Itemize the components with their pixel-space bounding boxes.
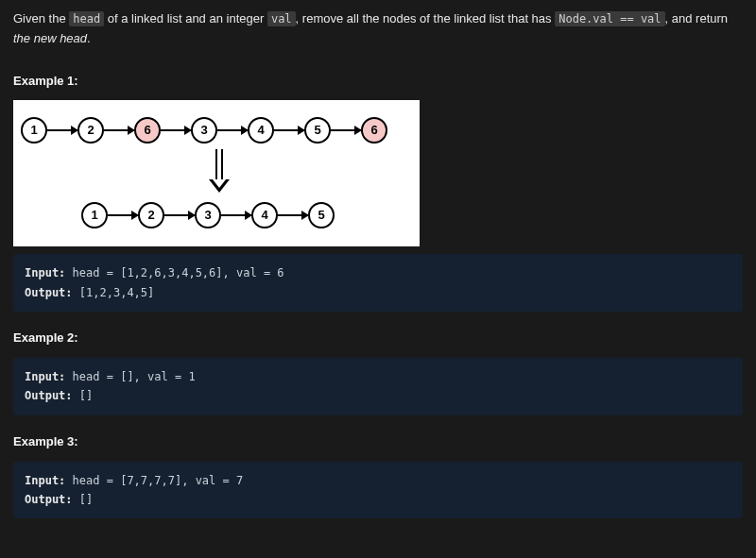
arrow-icon (331, 129, 361, 131)
linked-list-diagram: 1263456 12345 (13, 100, 420, 246)
output-label: Output: (25, 286, 73, 299)
arrow-icon (274, 129, 304, 131)
example-2-heading: Example 2: (13, 329, 743, 348)
list-node: 3 (191, 117, 217, 144)
list-node: 2 (77, 117, 104, 144)
list-node: 1 (81, 202, 108, 228)
example-output: [] (79, 389, 93, 402)
desc-text: , remove all the nodes of the linked lis… (296, 11, 556, 25)
list-node: 5 (304, 117, 331, 144)
example-3-heading: Example 3: (13, 432, 743, 452)
inline-code-val: val (267, 11, 296, 26)
desc-text: . (87, 31, 91, 45)
arrow-icon (217, 129, 248, 131)
list-node: 6 (134, 117, 161, 144)
output-label: Output: (25, 389, 73, 402)
example-output: [] (79, 493, 93, 506)
list-node: 4 (251, 202, 278, 228)
example-1-code: Input: head = [1,2,6,3,4,5,6], val = 6 O… (13, 254, 743, 312)
list-node: 2 (138, 202, 164, 228)
example-1-heading: Example 1: (13, 72, 743, 92)
desc-text: of a linked list and an integer (104, 11, 267, 25)
down-arrow-icon (211, 149, 228, 193)
arrow-icon (161, 129, 191, 131)
input-label: Input: (25, 474, 65, 487)
desc-text: Given the (13, 11, 69, 25)
output-label: Output: (25, 493, 73, 506)
input-label: Input: (25, 370, 65, 383)
list-node: 4 (248, 117, 274, 144)
desc-text: , and return (665, 11, 729, 25)
arrow-icon (221, 214, 251, 216)
example-input: head = [1,2,6,3,4,5,6], val = 6 (73, 266, 284, 279)
arrow-icon (108, 214, 138, 216)
list-node: 5 (308, 202, 335, 228)
arrow-icon (104, 129, 134, 131)
list-node: 6 (361, 117, 387, 144)
example-output: [1,2,3,4,5] (79, 286, 154, 299)
inline-code-head: head (69, 11, 104, 26)
example-input: head = [], val = 1 (73, 370, 196, 383)
arrow-icon (278, 214, 308, 216)
list-node: 1 (21, 117, 47, 144)
example-2-code: Input: head = [], val = 1 Output: [] (13, 358, 743, 415)
inline-code-cond: Node.val == val (555, 11, 664, 26)
arrow-icon (47, 129, 77, 131)
problem-description: Given the head of a linked list and an i… (13, 9, 743, 49)
list-node: 3 (195, 202, 221, 228)
example-3-code: Input: head = [7,7,7,7], val = 7 Output:… (13, 462, 743, 519)
desc-emph: the new head (13, 31, 87, 45)
example-input: head = [7,7,7,7], val = 7 (73, 474, 244, 487)
arrow-icon (164, 214, 195, 216)
input-label: Input: (25, 266, 65, 279)
